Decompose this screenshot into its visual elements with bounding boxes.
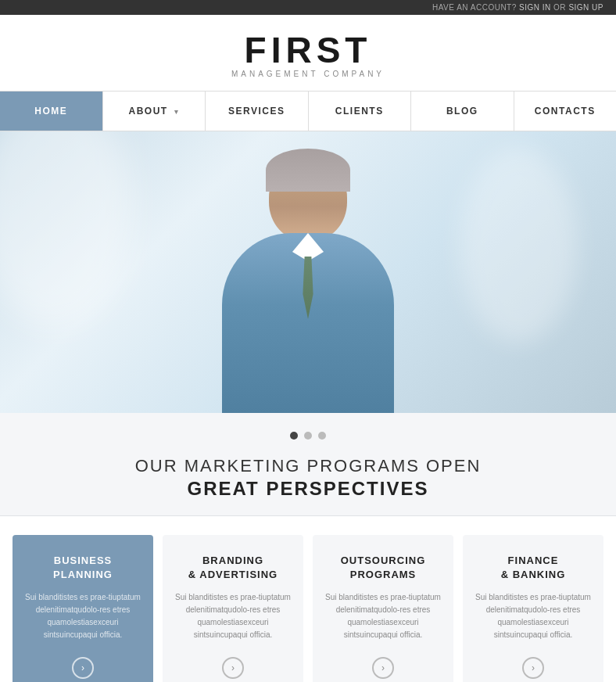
nav-item-blog[interactable]: BLOG bbox=[411, 92, 514, 131]
person-head bbox=[269, 155, 347, 241]
dot-3[interactable] bbox=[318, 432, 326, 440]
slider-tagline-line2: GREAT PERSPECTIVES bbox=[0, 478, 616, 500]
person-body bbox=[222, 233, 394, 413]
dot-1[interactable] bbox=[290, 432, 298, 440]
card-btn-finance-banking[interactable]: › bbox=[522, 657, 544, 679]
card-text-outsourcing-programs: Sui blanditistes es prae-tiuptatum delen… bbox=[325, 591, 441, 641]
top-bar: HAVE AN ACCOUNT? SIGN IN OR SIGN UP bbox=[0, 0, 616, 15]
slider-section: OUR MARKETING PROGRAMS OPEN GREAT PERSPE… bbox=[0, 413, 616, 516]
hero-person bbox=[183, 147, 433, 413]
hero-blob-left bbox=[0, 131, 133, 327]
signin-link[interactable]: SIGN IN bbox=[519, 3, 551, 12]
nav-item-contacts[interactable]: CONTACTS bbox=[514, 92, 617, 131]
card-finance-banking: FINANCE& BANKING Sui blanditistes es pra… bbox=[463, 535, 603, 682]
card-btn-branding-advertising[interactable]: › bbox=[222, 657, 244, 679]
card-text-branding-advertising: Sui blanditistes es prae-tiuptatum delen… bbox=[175, 591, 291, 641]
nav-item-clients[interactable]: CLIENTS bbox=[309, 92, 412, 131]
card-title-business-planning: BUSINESSPLANNING bbox=[25, 554, 141, 582]
logo-title: FIRST bbox=[0, 32, 616, 68]
card-title-outsourcing-programs: OUTSOURCINGPROGRAMS bbox=[325, 554, 441, 582]
nav-item-home[interactable]: HOME bbox=[0, 92, 103, 131]
card-text-business-planning: Sui blanditistes es prae-tiuptatum delen… bbox=[25, 591, 141, 641]
topbar-separator: OR bbox=[553, 3, 568, 12]
cards-section: BUSINESSPLANNING Sui blanditistes es pra… bbox=[0, 516, 616, 682]
card-outsourcing-programs: OUTSOURCINGPROGRAMS Sui blanditistes es … bbox=[313, 535, 453, 682]
chevron-down-icon: ▾ bbox=[174, 108, 180, 116]
slider-dots bbox=[0, 432, 616, 440]
header: FIRST MANAGEMENT COMPANY bbox=[0, 15, 616, 91]
card-title-finance-banking: FINANCE& BANKING bbox=[475, 554, 591, 582]
card-btn-outsourcing-programs[interactable]: › bbox=[372, 657, 394, 679]
signup-link[interactable]: SIGN UP bbox=[568, 3, 603, 12]
topbar-text: HAVE AN ACCOUNT? bbox=[432, 3, 519, 12]
hero-section bbox=[0, 131, 616, 413]
card-text-finance-banking: Sui blanditistes es prae-tiuptatum delen… bbox=[475, 591, 591, 641]
nav-item-services[interactable]: SERVICES bbox=[206, 92, 309, 131]
dot-2[interactable] bbox=[304, 432, 312, 440]
person-hair bbox=[266, 149, 350, 192]
card-btn-business-planning[interactable]: › bbox=[72, 657, 94, 679]
hero-blob-right bbox=[460, 147, 577, 343]
card-branding-advertising: BRANDING& ADVERTISING Sui blanditistes e… bbox=[163, 535, 303, 682]
logo-subtitle: MANAGEMENT COMPANY bbox=[0, 70, 616, 78]
slider-tagline-line1: OUR MARKETING PROGRAMS OPEN bbox=[0, 455, 616, 478]
card-title-branding-advertising: BRANDING& ADVERTISING bbox=[175, 554, 291, 582]
card-business-planning: BUSINESSPLANNING Sui blanditistes es pra… bbox=[13, 535, 153, 682]
nav-item-about[interactable]: ABOUT ▾ bbox=[103, 92, 206, 131]
person-tie bbox=[299, 257, 317, 319]
navigation: HOME ABOUT ▾ SERVICES CLIENTS BLOG CONTA… bbox=[0, 91, 616, 131]
